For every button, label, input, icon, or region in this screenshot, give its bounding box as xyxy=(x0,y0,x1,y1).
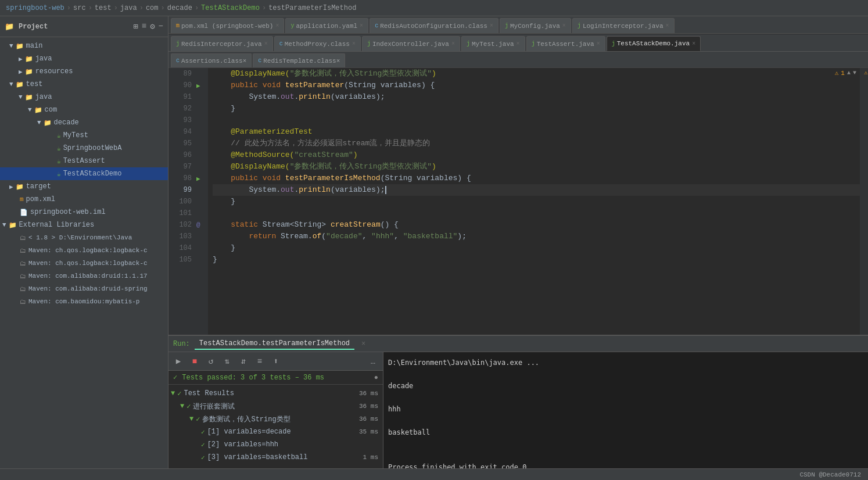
sidebar-item-com[interactable]: ▼ 📁 com xyxy=(0,103,168,116)
sidebar-icon-layers[interactable]: ⊞ xyxy=(133,22,138,31)
tab-myconfig[interactable]: j MyConfig.java × xyxy=(500,18,571,33)
test-nested-expand[interactable]: ▼ xyxy=(180,402,184,410)
line-num-98: 98 xyxy=(168,173,192,184)
tab-testastack-close[interactable]: × xyxy=(692,41,695,47)
sidebar-tree: ▼ 📁 main ▶ 📁 java ▶ 📁 resources ▼ 📁 test… xyxy=(0,37,168,468)
sidebar-item-maven4[interactable]: 🗂 Maven: com.alibaba:druid-spring xyxy=(0,282,168,295)
breadcrumb-com[interactable]: com xyxy=(146,4,159,12)
sidebar-item-test[interactable]: ▼ 📁 test xyxy=(0,78,168,91)
test-case-1[interactable]: ✓ [1] variables=decade 35 ms xyxy=(168,425,383,438)
run-button[interactable]: ▶ xyxy=(172,355,185,368)
tab-mytest-close[interactable]: × xyxy=(517,41,520,47)
tab-testassert-editor[interactable]: j TestAssert.java × xyxy=(526,36,605,51)
breadcrumb-method[interactable]: testParameterIsMethod xyxy=(268,4,356,12)
tab-myconfig-close[interactable]: × xyxy=(562,23,566,29)
stop-button[interactable]: ■ xyxy=(188,355,201,368)
tab-indexctrl-close[interactable]: × xyxy=(451,41,455,47)
breadcrumb-java[interactable]: java xyxy=(120,4,137,12)
sidebar-icon-collapse[interactable]: ≡ xyxy=(142,22,146,31)
tab-testassert-close[interactable]: × xyxy=(597,41,600,47)
rerun-failed-button[interactable]: ↺ xyxy=(205,355,217,368)
gutter-94 xyxy=(196,126,208,138)
filter-button[interactable]: ≡ xyxy=(253,355,266,368)
sidebar-item-testassert[interactable]: ☕ TestAssert xyxy=(0,155,168,167)
sidebar-item-mytest[interactable]: ☕ MyTest xyxy=(0,129,168,142)
sidebar-item-decade[interactable]: ▼ 📁 decade xyxy=(0,116,168,129)
tab-testastack-editor[interactable]: j TestAStackDemo.java × xyxy=(607,36,701,51)
tab-login[interactable]: j LoginInterceptor.java × xyxy=(572,18,675,33)
tab-redistemplate[interactable]: c RedisTemplate.class × xyxy=(253,53,345,67)
sidebar-item-pomxml[interactable]: m pom.xml xyxy=(0,193,168,206)
test-case-3[interactable]: ✓ [3] variables=basketball 1 ms xyxy=(168,451,383,464)
tab-pom-close[interactable]: × xyxy=(275,23,279,29)
gutter-105 xyxy=(196,254,208,266)
sidebar-item-main[interactable]: ▼ 📁 main xyxy=(0,40,168,52)
run-icon-90[interactable]: ▶ xyxy=(196,82,200,89)
sidebar-item-maven3[interactable]: 🗂 Maven: com.alibaba:druid:1.1.17 xyxy=(0,270,168,282)
sort2-button[interactable]: ⇵ xyxy=(237,355,250,368)
breadcrumb-test[interactable]: test xyxy=(95,4,112,12)
tab-redis-auto-close[interactable]: × xyxy=(490,23,493,29)
test-param-pass-icon: ✓ xyxy=(196,415,200,424)
sidebar-item-jdk[interactable]: 🗂 < 1.8 > D:\Environment\Java xyxy=(0,231,168,244)
sidebar-item-resources[interactable]: ▶ 📁 resources xyxy=(0,65,168,78)
warning-up[interactable]: ▲ xyxy=(847,70,851,76)
tab-login-close[interactable]: × xyxy=(666,23,669,29)
sidebar-icon-settings[interactable]: ⚙ xyxy=(150,22,155,31)
sidebar-item-extlibs[interactable]: ▼ 📁 External Libraries xyxy=(0,218,168,231)
sidebar-item-maven1[interactable]: 🗂 Maven: ch.qos.logback:logback-c xyxy=(0,244,168,257)
tab-mytest-editor[interactable]: j MyTest.java × xyxy=(461,36,525,51)
breadcrumb-springboot[interactable]: springboot-web xyxy=(6,4,64,12)
tab-assertions[interactable]: c Assertions.class × xyxy=(171,53,252,67)
tab-methodproxy[interactable]: c MethodProxy.class × xyxy=(274,36,361,51)
sidebar-item-maven5[interactable]: 🗂 Maven: com.baomidou:mybatis-p xyxy=(0,295,168,308)
warning-down[interactable]: ▼ xyxy=(853,70,856,76)
tab-methodproxy-close[interactable]: × xyxy=(352,41,356,47)
export-button[interactable]: ⬆ xyxy=(270,355,282,368)
test-root-expand[interactable]: ▼ xyxy=(171,389,175,397)
test-nested-item[interactable]: ▼ ✓ 进行嵌套测试 36 ms xyxy=(168,400,383,413)
sidebar-icon-minimize[interactable]: − xyxy=(159,22,163,31)
sidebar-item-java[interactable]: ▶ 📁 java xyxy=(0,52,168,65)
tab-application[interactable]: y application.yaml × xyxy=(285,18,368,33)
code-line-99: System.out.println(variables); xyxy=(213,184,863,196)
sort-button[interactable]: ⇅ xyxy=(221,355,234,368)
tab-redis-int-close[interactable]: × xyxy=(264,41,268,47)
tab-app-close[interactable]: × xyxy=(360,23,363,29)
tab-redis-interceptor[interactable]: j RedisInterceptor.java × xyxy=(171,36,273,51)
test-param-expand[interactable]: ▼ xyxy=(189,415,193,423)
line-num-97: 97 xyxy=(168,161,192,173)
sidebar-item-target[interactable]: ▶ 📁 target xyxy=(0,180,168,193)
tab-redis-auto[interactable]: c RedisAutoConfiguration.class × xyxy=(370,18,498,33)
run-tab-name[interactable]: TestAStackDemo.testParameterIsMethod xyxy=(195,338,354,350)
file-mytest-icon: ☕ xyxy=(57,132,61,139)
sidebar-item-maven2[interactable]: 🗂 Maven: ch.qos.logback:logback-c xyxy=(0,257,168,270)
test-case-2[interactable]: ✓ [2] variables=hhh xyxy=(168,438,383,451)
gutter-102[interactable]: @ xyxy=(196,219,208,231)
folder-test-icon: 📁 xyxy=(16,81,24,88)
test-result-root[interactable]: ▼ ✓ Test Results 36 ms xyxy=(168,387,383,400)
gutter-98[interactable]: ▶ xyxy=(196,173,208,184)
breadcrumb-class[interactable]: TestAStackDemo xyxy=(201,4,260,12)
tab-assertions-close[interactable]: × xyxy=(243,58,247,65)
tab-pom[interactable]: m pom.xml (springboot-web) × xyxy=(171,18,284,33)
tab-indexcontroller[interactable]: j IndexController.java × xyxy=(362,36,460,51)
sidebar-item-test-java[interactable]: ▼ 📁 java xyxy=(0,91,168,103)
gutter-90[interactable]: ▶ xyxy=(196,80,208,91)
breadcrumb-decade[interactable]: decade xyxy=(167,4,192,12)
breadcrumb-src[interactable]: src xyxy=(73,4,86,12)
more-button[interactable]: … xyxy=(367,355,379,368)
run-tab-close[interactable]: × xyxy=(361,340,365,348)
code-editor[interactable]: ⚠ ⚠ 1 ▲ ▼ 89 90 91 92 93 94 95 96 xyxy=(168,68,868,335)
sidebar-item-iml[interactable]: 📄 springboot-web.iml xyxy=(0,206,168,218)
sidebar-item-testastack[interactable]: ☕ TestAStackDemo xyxy=(0,167,168,180)
output-line-basketball: basketball xyxy=(388,427,863,438)
tab-redistmpl-close[interactable]: × xyxy=(336,58,340,65)
test-param-group[interactable]: ▼ ✓ 参数测试，传入String类型 36 ms xyxy=(168,413,383,425)
tab-myconfig-label: MyConfig.java xyxy=(510,23,560,30)
tab-app-icon: y xyxy=(290,23,294,29)
folder-icon: 📁 xyxy=(5,22,14,31)
run-icon-98[interactable]: ▶ xyxy=(196,175,200,182)
sidebar-item-springbootweb[interactable]: ☕ SpringbootWebA xyxy=(0,142,168,155)
test-status-text: Tests passed: 3 of 3 tests – 36 ms xyxy=(182,374,324,382)
